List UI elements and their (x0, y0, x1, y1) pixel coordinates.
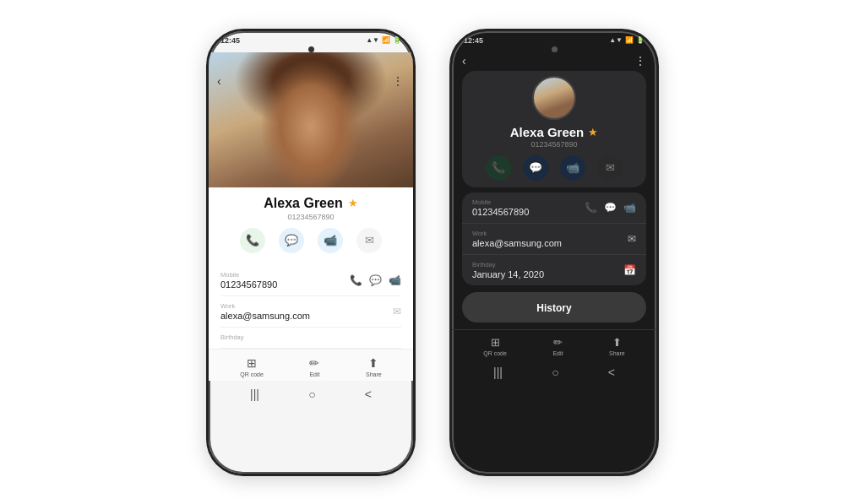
light-phone: 12:45 ▲▼ 📶 🔋 ‹ ⋮ Alexa Green ★ 012345678… (206, 29, 416, 476)
history-button[interactable]: History (462, 292, 646, 322)
dark-avatar (532, 76, 576, 120)
history-button-label: History (536, 302, 571, 314)
contact-name-row-light: Alexa Green ★ (220, 196, 401, 211)
mobile-row-light: Mobile 01234567890 📞 💬 📹 (220, 265, 401, 296)
contact-name-light: Alexa Green (264, 196, 342, 211)
signal-icon: ▲▼ (366, 36, 379, 44)
birthday-label-light: Birthday (220, 333, 401, 341)
android-home-dark[interactable]: ○ (552, 366, 558, 379)
work-email-icon[interactable]: ✉ (393, 306, 401, 317)
qr-label-light: QR code (240, 371, 264, 377)
dark-call-button[interactable]: 📞 (486, 155, 511, 181)
dark-work-row-inner: Work alexa@samsung.com ✉ (472, 230, 636, 248)
status-icons-dark: ▲▼ 📶 🔋 (609, 36, 645, 44)
dark-nav-top: ‹ ⋮ (452, 52, 656, 71)
dark-qr-icon: ⊞ (491, 336, 500, 349)
work-actions-light: ✉ (393, 306, 401, 317)
dark-contact-number: 01234567890 (530, 140, 577, 149)
dark-birthday-value: January 14, 2020 (472, 269, 544, 279)
mobile-call-icon[interactable]: 📞 (350, 274, 362, 286)
wifi-icon: 📶 (382, 36, 390, 44)
share-button-light[interactable]: ⬆ Share (366, 356, 382, 377)
share-label-light: Share (366, 371, 382, 377)
dark-share-icon: ⬆ (612, 336, 622, 349)
dark-message-button[interactable]: 💬 (523, 155, 548, 181)
dark-work-info: Work alexa@samsung.com (472, 230, 562, 248)
dark-work-label: Work (472, 230, 562, 237)
android-home-light[interactable]: ○ (308, 387, 315, 401)
back-button-light[interactable]: ‹ (217, 74, 221, 88)
dark-detail-section: Mobile 01234567890 📞 💬 📹 Work alexa@sams… (462, 192, 646, 285)
camera-dot-light (308, 46, 314, 52)
contact-photo-light: ‹ ⋮ (209, 52, 413, 187)
call-button-light[interactable]: 📞 (240, 228, 265, 253)
back-button-dark[interactable]: ‹ (462, 54, 466, 68)
status-time-dark: 12:45 (464, 36, 483, 45)
dark-action-buttons: 📞 💬 📹 ✉ (486, 155, 623, 181)
dark-avatar-area: Alexa Green ★ 01234567890 📞 💬 📹 ✉ (462, 71, 646, 187)
android-nav-light: ||| ○ < (209, 381, 413, 408)
qr-code-button-light[interactable]: ⊞ QR code (240, 356, 264, 377)
dark-video-button[interactable]: 📹 (560, 155, 585, 181)
android-menu-dark[interactable]: ||| (493, 366, 503, 379)
contact-info-light: Alexa Green ★ 01234567890 📞 💬 📹 ✉ (209, 187, 413, 265)
mobile-row-inner: Mobile 01234567890 📞 💬 📹 (220, 271, 401, 290)
dark-qr-button[interactable]: ⊞ QR code (483, 336, 507, 356)
more-button-dark[interactable]: ⋮ (634, 54, 646, 68)
dark-birthday-info: Birthday January 14, 2020 (472, 261, 544, 279)
video-button-light[interactable]: 📹 (318, 228, 343, 253)
dark-mobile-number: 01234567890 (472, 207, 529, 217)
work-email-light: alexa@samsung.com (220, 311, 310, 321)
dark-phone: 12:45 ▲▼ 📶 🔋 ‹ ⋮ Alexa Green ★ 012345678… (449, 29, 659, 476)
battery-icon-dark: 🔋 (636, 36, 645, 44)
work-info: Work alexa@samsung.com (220, 302, 310, 321)
dark-edit-button[interactable]: ✏ Edit (552, 336, 563, 356)
dark-mobile-row-inner: Mobile 01234567890 📞 💬 📹 (472, 198, 636, 217)
edit-icon-light: ✏ (309, 356, 319, 370)
work-label-light: Work (220, 302, 310, 310)
star-icon-dark[interactable]: ★ (588, 126, 598, 138)
dark-email-button[interactable]: ✉ (597, 155, 623, 181)
status-time-light: 12:45 (220, 36, 240, 45)
android-back-dark[interactable]: < (608, 366, 615, 379)
message-button-light[interactable]: 💬 (279, 228, 304, 253)
action-buttons-light: 📞 💬 📹 ✉ (220, 228, 401, 253)
edit-button-light[interactable]: ✏ Edit (309, 356, 319, 377)
nav-bar-light: ‹ ⋮ (209, 71, 413, 91)
more-button-light[interactable]: ⋮ (392, 74, 405, 88)
dark-edit-icon: ✏ (553, 336, 563, 349)
dark-calendar-icon[interactable]: 📅 (623, 264, 636, 276)
work-row-inner: Work alexa@samsung.com ✉ (220, 302, 401, 321)
dark-mobile-msg-icon[interactable]: 💬 (604, 202, 617, 214)
android-back-light[interactable]: < (365, 387, 372, 401)
mobile-video-icon[interactable]: 📹 (389, 274, 401, 286)
dark-birthday-actions: 📅 (623, 264, 636, 276)
bottom-nav-light: ⊞ QR code ✏ Edit ⬆ Share (209, 349, 413, 381)
dark-work-email-icon[interactable]: ✉ (628, 233, 636, 245)
dark-mobile-video-icon[interactable]: 📹 (623, 202, 636, 214)
status-bar-dark: 12:45 ▲▼ 📶 🔋 (452, 31, 656, 45)
android-nav-dark: ||| ○ < (452, 359, 656, 386)
android-menu-light[interactable]: ||| (250, 387, 259, 401)
status-bar-light: 12:45 ▲▼ 📶 🔋 (209, 31, 413, 45)
dark-share-label: Share (609, 350, 625, 356)
email-button-light[interactable]: ✉ (356, 228, 382, 253)
dark-share-button[interactable]: ⬆ Share (609, 336, 625, 356)
dark-bottom-nav: ⊞ QR code ✏ Edit ⬆ Share (452, 329, 656, 359)
mobile-info: Mobile 01234567890 (220, 271, 277, 290)
dark-birthday-row: Birthday January 14, 2020 📅 (462, 255, 646, 285)
star-icon-light[interactable]: ★ (348, 197, 358, 209)
dark-qr-label: QR code (483, 350, 507, 356)
dark-mobile-call-icon[interactable]: 📞 (585, 202, 597, 214)
work-row-light: Work alexa@samsung.com ✉ (220, 296, 401, 328)
edit-label-light: Edit (309, 371, 319, 377)
detail-section-light: Mobile 01234567890 📞 💬 📹 Work alexa@sams… (209, 265, 413, 349)
mobile-msg-icon[interactable]: 💬 (369, 274, 382, 286)
dark-mobile-info: Mobile 01234567890 (472, 198, 529, 217)
qr-icon-light: ⊞ (247, 356, 257, 370)
dark-work-actions: ✉ (628, 233, 636, 245)
dark-mobile-row: Mobile 01234567890 📞 💬 📹 (462, 192, 646, 224)
contact-number-light: 01234567890 (220, 213, 401, 221)
mobile-number-light: 01234567890 (220, 279, 277, 290)
dark-birthday-row-inner: Birthday January 14, 2020 📅 (472, 261, 636, 279)
